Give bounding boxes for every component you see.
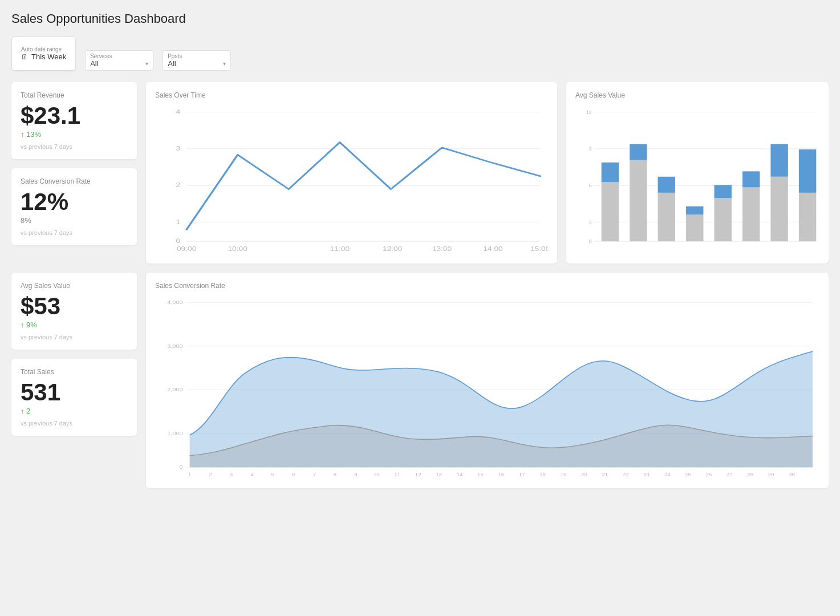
date-range-label: Auto date range — [21, 46, 66, 52]
services-label: Services — [90, 53, 148, 59]
sales-conversion-area-chart: Sales Conversion Rate 4,000 3,000 2,000 … — [146, 273, 829, 488]
total-revenue-subtitle: vs previous 7 days — [21, 143, 128, 150]
page-title: Sales Opportunities Dashboard — [11, 11, 829, 26]
posts-filter[interactable]: Posts All ▾ — [163, 50, 231, 71]
total-sales-value: 531 — [21, 380, 128, 404]
svg-text:7: 7 — [313, 472, 315, 477]
sales-conversion-subtitle: vs previous 7 days — [21, 229, 128, 236]
svg-text:2: 2 — [176, 182, 180, 189]
avg-sales-value-kpi-title: Avg Sales Value — [21, 282, 128, 290]
total-sales-change: ↑ 2 — [21, 407, 128, 415]
svg-text:3: 3 — [589, 220, 592, 225]
svg-text:23: 23 — [643, 472, 650, 477]
avg-sales-value-chart: Avg Sales Value 12 9 6 3 0 — [566, 82, 829, 264]
svg-text:09:00: 09:00 — [177, 245, 197, 252]
svg-text:27: 27 — [727, 472, 733, 477]
sales-over-time-title: Sales Over Time — [155, 91, 548, 99]
svg-text:4,000: 4,000 — [167, 299, 183, 305]
svg-text:3: 3 — [230, 472, 233, 477]
svg-text:1,000: 1,000 — [167, 430, 183, 436]
svg-rect-39 — [770, 177, 788, 241]
svg-text:2: 2 — [209, 472, 212, 477]
chevron-down-icon: ▾ — [145, 60, 148, 67]
svg-rect-40 — [770, 144, 788, 177]
total-sales-subtitle: vs previous 7 days — [21, 420, 128, 427]
svg-text:11:00: 11:00 — [330, 245, 350, 252]
svg-text:12: 12 — [415, 472, 421, 477]
svg-text:19: 19 — [561, 472, 567, 477]
svg-rect-42 — [799, 149, 816, 193]
svg-text:20: 20 — [581, 472, 587, 477]
left-kpi-col: Total Revenue $23.1 ↑ 13% vs previous 7 … — [11, 82, 137, 264]
svg-text:3,000: 3,000 — [167, 343, 183, 349]
chevron-down-icon-posts: ▾ — [223, 60, 226, 67]
calendar-icon: 🗓 — [21, 53, 28, 61]
total-revenue-change: ↑ 13% — [21, 130, 128, 139]
svg-text:4: 4 — [250, 472, 253, 477]
svg-rect-27 — [602, 182, 619, 241]
svg-rect-41 — [799, 193, 816, 241]
avg-sales-value-kpi-card: Avg Sales Value $53 ↑ 9% vs previous 7 d… — [11, 273, 137, 350]
svg-rect-31 — [658, 193, 675, 241]
svg-text:24: 24 — [664, 472, 671, 477]
svg-text:9: 9 — [354, 472, 357, 477]
svg-rect-29 — [630, 160, 647, 241]
sales-conversion-value: 12% — [21, 190, 128, 214]
svg-rect-36 — [714, 185, 731, 198]
svg-rect-34 — [686, 206, 703, 215]
svg-text:26: 26 — [705, 472, 712, 477]
svg-text:4: 4 — [176, 108, 180, 115]
svg-text:15:00: 15:00 — [530, 245, 548, 252]
sales-conversion-title: Sales Conversion Rate — [21, 177, 128, 185]
svg-text:1: 1 — [188, 472, 191, 477]
svg-text:0: 0 — [589, 238, 592, 244]
svg-text:6: 6 — [292, 472, 295, 477]
sales-over-time-chart: Sales Over Time 4 3 2 1 0 — [146, 82, 557, 264]
svg-text:5: 5 — [271, 472, 274, 477]
svg-text:0: 0 — [179, 464, 182, 470]
dashboard: Sales Opportunities Dashboard Auto date … — [0, 0, 840, 616]
total-revenue-card: Total Revenue $23.1 ↑ 13% vs previous 7 … — [11, 82, 137, 159]
svg-text:21: 21 — [602, 472, 608, 477]
line-chart-svg: 4 3 2 1 0 09:00 10:00 11:00 12:00 13:00 … — [155, 106, 548, 254]
svg-rect-30 — [630, 144, 647, 160]
svg-text:15: 15 — [477, 472, 484, 477]
filters-bar: Auto date range 🗓 This Week Services All… — [11, 37, 829, 71]
svg-text:25: 25 — [685, 472, 691, 477]
services-filter[interactable]: Services All ▾ — [85, 50, 153, 71]
sales-conversion-change: 8% — [21, 216, 128, 225]
svg-text:12:00: 12:00 — [383, 245, 403, 252]
svg-text:10:00: 10:00 — [228, 245, 247, 252]
svg-text:13: 13 — [436, 472, 442, 477]
avg-sales-value-kpi-subtitle: vs previous 7 days — [21, 334, 128, 341]
bar-chart-svg: 12 9 6 3 0 — [575, 106, 819, 254]
bottom-left-kpi-col: Avg Sales Value $53 ↑ 9% vs previous 7 d… — [11, 273, 137, 488]
avg-sales-value-kpi-value: $53 — [21, 294, 128, 318]
area-chart-svg: 4,000 3,000 2,000 1,000 0 1 2 — [155, 297, 819, 479]
svg-text:14: 14 — [457, 472, 463, 477]
svg-text:13:00: 13:00 — [432, 245, 452, 252]
date-range-filter[interactable]: Auto date range 🗓 This Week — [11, 37, 76, 71]
svg-rect-33 — [686, 214, 703, 241]
svg-text:9: 9 — [589, 146, 592, 152]
svg-text:14:00: 14:00 — [483, 245, 503, 252]
date-range-value: This Week — [31, 52, 66, 61]
avg-sales-value-kpi-change: ↑ 9% — [21, 321, 128, 329]
svg-text:17: 17 — [519, 472, 525, 477]
svg-text:1: 1 — [176, 219, 180, 226]
total-sales-title: Total Sales — [21, 368, 128, 376]
svg-text:2,000: 2,000 — [167, 387, 183, 392]
svg-text:0: 0 — [176, 238, 180, 245]
svg-text:10: 10 — [374, 472, 380, 477]
sales-conversion-area-title: Sales Conversion Rate — [155, 282, 819, 290]
svg-text:8: 8 — [334, 472, 336, 477]
svg-text:11: 11 — [394, 472, 400, 477]
svg-text:28: 28 — [747, 472, 753, 477]
svg-text:16: 16 — [498, 472, 504, 477]
total-revenue-value: $23.1 — [21, 104, 128, 128]
svg-text:29: 29 — [768, 472, 774, 477]
total-revenue-title: Total Revenue — [21, 91, 128, 99]
svg-text:6: 6 — [589, 183, 592, 188]
sales-conversion-rate-card: Sales Conversion Rate 12% 8% vs previous… — [11, 168, 137, 245]
svg-text:18: 18 — [539, 472, 546, 477]
